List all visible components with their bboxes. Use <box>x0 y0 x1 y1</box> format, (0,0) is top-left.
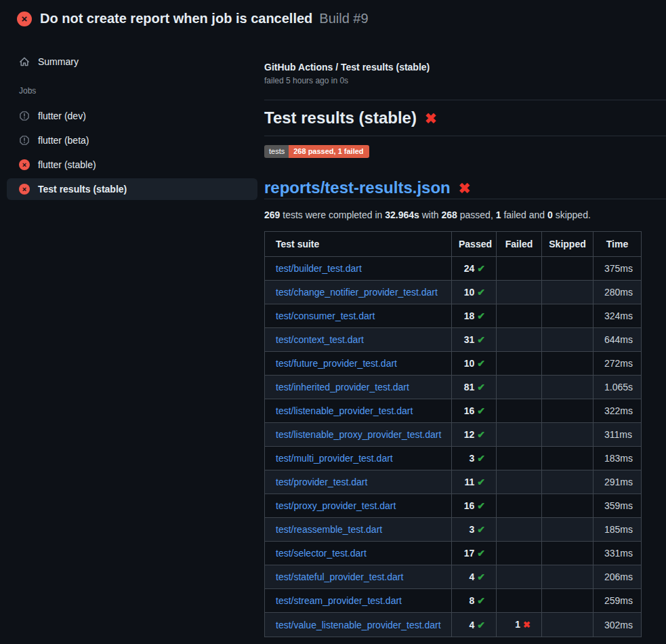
main-content: GitHub Actions / Test results (stable) f… <box>264 36 666 637</box>
table-row: test/provider_test.dart11✔291ms <box>265 470 642 494</box>
test-suite-link[interactable]: test/stream_provider_test.dart <box>276 595 402 606</box>
check-icon: ✔ <box>477 571 485 582</box>
divider <box>264 100 666 100</box>
cell-failed <box>497 352 542 376</box>
summary-segment: with <box>419 209 442 220</box>
cell-failed <box>497 281 542 304</box>
test-suite-link[interactable]: test/listenable_provider_test.dart <box>276 405 413 416</box>
cell-failed <box>497 376 542 399</box>
cell-failed <box>497 328 542 352</box>
test-suite-link[interactable]: test/provider_test.dart <box>276 477 367 487</box>
jobs-section-label: Jobs <box>19 86 264 96</box>
cell-time: 185ms <box>594 518 642 542</box>
sidebar-item-label: flutter (stable) <box>38 159 96 170</box>
cell-passed-count: 81 <box>464 382 475 393</box>
table-row: test/multi_provider_test.dart3✔183ms <box>265 447 642 470</box>
sidebar-item-flutter-stable[interactable]: ×flutter (stable) <box>7 154 257 176</box>
breadcrumb: GitHub Actions / Test results (stable) <box>264 62 666 73</box>
summary-segment: 32.964s <box>385 209 419 220</box>
check-icon: ✔ <box>477 287 485 298</box>
cell-passed: 8✔ <box>452 589 497 613</box>
column-header-passed: Passed <box>452 232 497 257</box>
divider <box>264 199 666 199</box>
cell-test-suite: test/consumer_test.dart <box>265 304 452 328</box>
cell-passed: 81✔ <box>452 376 497 399</box>
table-row: test/reassemble_test.dart3✔185ms <box>265 518 642 542</box>
cell-time: 375ms <box>594 257 642 281</box>
test-suite-link[interactable]: test/proxy_provider_test.dart <box>276 500 396 511</box>
check-icon: ✔ <box>477 405 485 416</box>
failed-x-icon: ✖ <box>459 181 471 195</box>
test-suite-link[interactable]: test/builder_test.dart <box>276 263 362 274</box>
sidebar-item-summary[interactable]: Summary <box>7 51 257 73</box>
test-suite-link[interactable]: test/listenable_proxy_provider_test.dart <box>276 429 441 440</box>
check-icon: ✔ <box>477 595 485 606</box>
home-icon <box>19 56 30 67</box>
section-title: Test results (stable) ✖ <box>264 108 666 127</box>
sidebar-item-label: Summary <box>38 56 79 67</box>
cell-skipped <box>542 328 594 352</box>
cell-passed: 4✔ <box>452 565 497 589</box>
run-status-line: failed 5 hours ago in 0s <box>264 76 666 85</box>
test-suite-link[interactable]: test/multi_provider_test.dart <box>276 453 393 464</box>
cell-failed <box>497 470 542 494</box>
table-row: test/context_test.dart31✔644ms <box>265 328 642 352</box>
summary-segment: passed, <box>457 209 496 220</box>
summary-segment: 1 <box>496 209 501 220</box>
cell-passed-count: 10 <box>464 287 475 298</box>
cell-passed: 11✔ <box>452 470 497 494</box>
sidebar-item-label: Test results (stable) <box>38 184 127 195</box>
cell-skipped <box>542 281 594 304</box>
summary-segment: 0 <box>547 209 553 220</box>
cell-passed: 10✔ <box>452 352 497 376</box>
cell-skipped <box>542 565 594 589</box>
cell-skipped <box>542 304 594 328</box>
test-suite-link[interactable]: test/context_test.dart <box>276 334 364 345</box>
sidebar-item-flutter-dev[interactable]: flutter (dev) <box>7 105 257 127</box>
cell-time: 359ms <box>594 494 642 518</box>
cell-passed-count: 17 <box>464 548 475 559</box>
cell-skipped <box>542 376 594 399</box>
sidebar-item-flutter-beta[interactable]: flutter (beta) <box>7 129 257 151</box>
test-suite-link[interactable]: test/stateful_provider_test.dart <box>276 571 403 582</box>
cell-time: 259ms <box>594 589 642 613</box>
test-suite-link[interactable]: test/inherited_provider_test.dart <box>276 382 409 393</box>
sidebar-item-test-results-stable[interactable]: ×Test results (stable) <box>7 178 257 200</box>
table-header-row: Test suite Passed Failed Skipped Time <box>265 232 642 257</box>
test-suite-link[interactable]: test/reassemble_test.dart <box>276 524 382 535</box>
cell-passed: 18✔ <box>452 304 497 328</box>
table-row: test/value_listenable_provider_test.dart… <box>265 613 642 637</box>
cell-passed-count: 3 <box>469 453 474 464</box>
cell-failed <box>497 589 542 613</box>
cell-passed-count: 12 <box>464 429 475 440</box>
report-file-name: reports/test-results.json <box>264 178 451 197</box>
cell-failed <box>497 565 542 589</box>
cell-skipped <box>542 470 594 494</box>
check-icon: ✔ <box>477 620 485 630</box>
sidebar-item-label: flutter (dev) <box>38 110 86 121</box>
cell-failed <box>497 304 542 328</box>
test-suite-link[interactable]: test/future_provider_test.dart <box>276 358 397 369</box>
check-icon: ✔ <box>477 500 485 511</box>
cell-test-suite: test/value_listenable_provider_test.dart <box>265 613 452 637</box>
test-suite-link[interactable]: test/value_listenable_provider_test.dart <box>276 620 441 630</box>
test-results-table: Test suite Passed Failed Skipped Time te… <box>264 231 642 637</box>
summary-segment: tests were completed in <box>280 209 385 220</box>
cell-time: 206ms <box>594 565 642 589</box>
cancelled-octagon-icon <box>19 110 30 121</box>
cell-passed: 16✔ <box>452 399 497 423</box>
build-header: × Do not create report when job is cance… <box>0 0 666 36</box>
sidebar-jobs-list: flutter (dev)flutter (beta)×flutter (sta… <box>0 105 264 200</box>
cell-passed: 3✔ <box>452 447 497 470</box>
test-suite-link[interactable]: test/consumer_test.dart <box>276 310 375 321</box>
report-file-link[interactable]: reports/test-results.json ✖ <box>264 178 666 197</box>
summary-segment: 268 <box>442 209 457 220</box>
cell-passed: 4✔ <box>452 613 497 637</box>
test-suite-link[interactable]: test/selector_test.dart <box>276 548 367 559</box>
summary-segment: skipped. <box>553 209 591 220</box>
summary-segment: failed and <box>501 209 548 220</box>
cell-test-suite: test/provider_test.dart <box>265 470 452 494</box>
cell-test-suite: test/inherited_provider_test.dart <box>265 376 452 399</box>
test-suite-link[interactable]: test/change_notifier_provider_test.dart <box>276 287 438 298</box>
table-row: test/future_provider_test.dart10✔272ms <box>265 352 642 376</box>
